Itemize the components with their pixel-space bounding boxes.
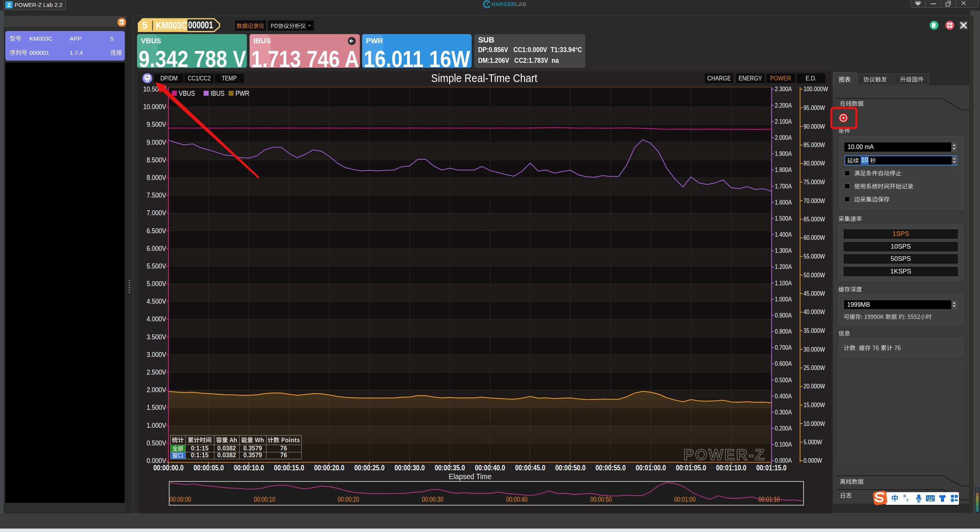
svg-text:76: 76 [280, 452, 287, 458]
svg-text:PWR: PWR [235, 89, 249, 98]
svg-text:00:00:30: 00:00:30 [422, 495, 443, 503]
svg-text:00:00:50: 00:00:50 [590, 495, 612, 503]
svg-text:00:01:15.0: 00:01:15.0 [756, 463, 786, 472]
svg-text:1.000A: 1.000A [775, 296, 792, 303]
svg-text:0.800A: 0.800A [775, 328, 792, 335]
svg-text:3.000V: 3.000V [147, 350, 166, 358]
svg-text:00:01:05.0: 00:01:05.0 [676, 463, 706, 472]
svg-text:70.000W: 70.000W [804, 197, 825, 204]
svg-text:0.0382: 0.0382 [217, 452, 236, 458]
svg-text:IBUS: IBUS [211, 89, 224, 98]
svg-text:00:00:45.0: 00:00:45.0 [515, 463, 545, 472]
svg-text:00:00:10.0: 00:00:10.0 [234, 463, 264, 472]
svg-text:1.700A: 1.700A [775, 183, 792, 190]
svg-text:7.500V: 7.500V [147, 191, 166, 199]
svg-text:00:00:20: 00:00:20 [338, 495, 359, 503]
svg-text:00:00:20.0: 00:00:20.0 [314, 463, 344, 472]
svg-text:00:00:55.0: 00:00:55.0 [595, 463, 626, 472]
svg-text:00:01:10.0: 00:01:10.0 [716, 463, 746, 472]
svg-text:90.000W: 90.000W [804, 123, 825, 130]
svg-text:00:00:50.0: 00:00:50.0 [555, 463, 585, 472]
svg-text:0.3579: 0.3579 [243, 445, 262, 452]
svg-text:10.500V: 10.500V [143, 85, 166, 93]
svg-text:9.000V: 9.000V [147, 138, 166, 146]
svg-text:80.000W: 80.000W [804, 160, 825, 167]
svg-text:4.500V: 4.500V [147, 297, 166, 305]
svg-text:8.500V: 8.500V [147, 156, 166, 164]
svg-text:00:01:00.0: 00:01:00.0 [635, 463, 666, 472]
svg-text:0.0382: 0.0382 [217, 445, 236, 452]
svg-text:76: 76 [280, 445, 287, 452]
svg-text:0.600A: 0.600A [775, 360, 792, 367]
svg-text:40.000W: 40.000W [804, 308, 825, 315]
svg-text:Elapsed Time: Elapsed Time [449, 472, 492, 481]
svg-text:60.000W: 60.000W [804, 234, 825, 241]
svg-text:1.500A: 1.500A [775, 215, 792, 222]
svg-text:5: 5 [142, 20, 147, 31]
svg-text:1.100A: 1.100A [775, 280, 792, 286]
svg-text:0:1:15: 0:1:15 [191, 445, 208, 452]
svg-text:000001: 000001 [188, 20, 213, 31]
svg-text:30.000W: 30.000W [804, 346, 825, 353]
svg-text:1.800A: 1.800A [775, 166, 792, 173]
svg-text:6.500V: 6.500V [147, 227, 166, 235]
svg-text:0.900A: 0.900A [775, 312, 792, 319]
svg-text:1.000V: 1.000V [147, 421, 166, 429]
svg-text:KM003C: KM003C [156, 20, 187, 31]
svg-text:1.300A: 1.300A [775, 247, 792, 254]
svg-text:00:00:00: 00:00:00 [170, 495, 191, 503]
svg-text:0.500A: 0.500A [775, 376, 792, 383]
svg-text:2.100A: 2.100A [775, 118, 792, 125]
svg-text:POWER-Z: POWER-Z [683, 446, 766, 463]
svg-text:85.000W: 85.000W [804, 141, 825, 148]
svg-text:0.400A: 0.400A [775, 393, 792, 399]
svg-text:10.000W: 10.000W [804, 420, 825, 427]
svg-text:95.000W: 95.000W [804, 104, 825, 111]
svg-text:1.600A: 1.600A [775, 199, 792, 206]
svg-text:00:00:35.0: 00:00:35.0 [434, 463, 465, 472]
svg-text:2.200A: 2.200A [775, 102, 792, 109]
svg-text:0.700A: 0.700A [775, 344, 792, 351]
svg-text:0.300A: 0.300A [775, 409, 792, 416]
svg-text:00:00:25.0: 00:00:25.0 [354, 463, 384, 472]
svg-text:2.000V: 2.000V [147, 386, 166, 394]
svg-text:0.100A: 0.100A [775, 441, 792, 448]
svg-text:0.500V: 0.500V [147, 439, 166, 447]
svg-text:2.000A: 2.000A [775, 134, 792, 141]
svg-text:55.000W: 55.000W [804, 253, 825, 260]
svg-text:9.500V: 9.500V [147, 120, 166, 128]
svg-text:25.000W: 25.000W [804, 364, 825, 371]
svg-text:0.200A: 0.200A [775, 425, 792, 432]
svg-text:00:00:10: 00:00:10 [254, 495, 275, 503]
svg-text:2.500V: 2.500V [147, 368, 166, 376]
svg-text:10.000V: 10.000V [143, 103, 166, 111]
svg-text:1.900A: 1.900A [775, 150, 792, 157]
svg-text:00:01:00: 00:01:00 [674, 495, 696, 503]
svg-text:00:00:30.0: 00:00:30.0 [394, 463, 425, 472]
svg-text:00:00:15.0: 00:00:15.0 [274, 463, 304, 472]
svg-text:5.000W: 5.000W [804, 439, 822, 445]
svg-text:0.000W: 0.000W [804, 457, 822, 464]
svg-text:7.000V: 7.000V [147, 209, 166, 217]
svg-text:5.500V: 5.500V [147, 262, 166, 270]
svg-text:65.000W: 65.000W [804, 216, 825, 223]
svg-text:45.000W: 45.000W [804, 290, 825, 297]
svg-text:4.000V: 4.000V [147, 315, 166, 323]
svg-text:1.500V: 1.500V [147, 403, 166, 411]
svg-text:0:1:15: 0:1:15 [191, 452, 208, 458]
svg-text:35.000W: 35.000W [804, 327, 825, 334]
svg-text:20.000W: 20.000W [804, 383, 825, 390]
svg-text:2.300A: 2.300A [775, 85, 792, 92]
svg-text:3.500V: 3.500V [147, 333, 166, 341]
svg-text:5.000V: 5.000V [147, 280, 166, 288]
svg-text:00:00:40.0: 00:00:40.0 [475, 463, 505, 472]
svg-text:00:00:00.0: 00:00:00.0 [153, 463, 183, 472]
svg-text:00:00:05.0: 00:00:05.0 [193, 463, 224, 472]
svg-text:100.000W: 100.000W [804, 85, 828, 92]
svg-text:00:01:10: 00:01:10 [758, 495, 780, 503]
svg-text:8.000V: 8.000V [147, 174, 166, 182]
svg-text:VBUS: VBUS [179, 89, 195, 98]
svg-text:00:00:40: 00:00:40 [506, 495, 528, 503]
svg-text:0.3579: 0.3579 [243, 452, 262, 458]
svg-text:75.000W: 75.000W [804, 178, 825, 185]
